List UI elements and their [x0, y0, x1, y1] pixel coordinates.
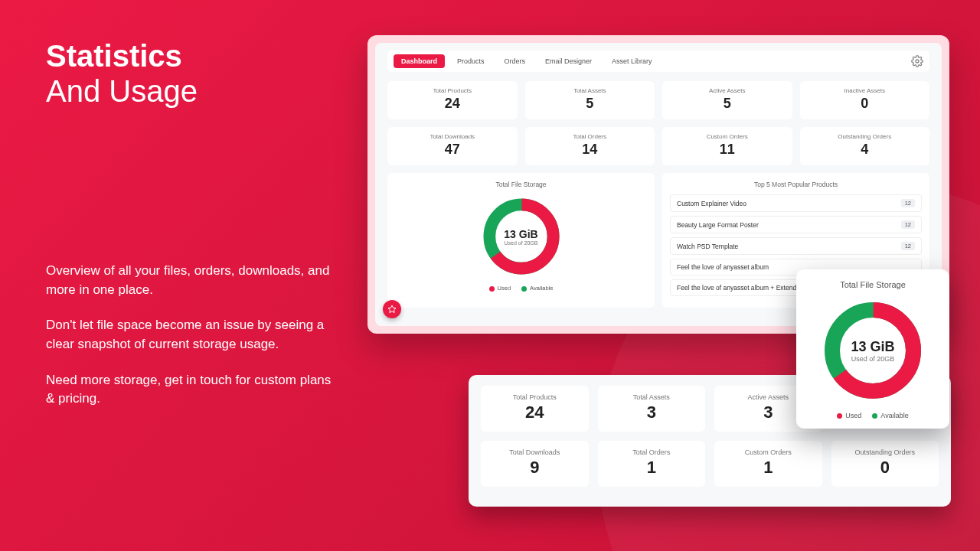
- hero-copy: Statistics And Usage Overview of all you…: [46, 38, 337, 425]
- stat-card: Total Orders1: [598, 441, 706, 487]
- storage-title: Total File Storage: [395, 181, 647, 188]
- storage-legend: Used Available: [395, 285, 647, 292]
- stat-value: 1: [717, 458, 819, 478]
- product-name: Watch PSD Template: [677, 243, 738, 250]
- stat-card: Outstanding Orders4: [800, 127, 930, 165]
- product-count: 12: [901, 220, 915, 229]
- stat-label: Total Downloads: [390, 133, 514, 140]
- stat-label: Total Products: [484, 393, 586, 401]
- floating-donut-center: 13 GiB Used of 20GB: [819, 297, 926, 404]
- stat-value: 0: [835, 458, 936, 478]
- star-icon: [387, 305, 397, 314]
- settings-button[interactable]: [911, 55, 923, 67]
- hero-title-light: And Usage: [46, 73, 337, 109]
- stat-label: Total Downloads: [484, 448, 586, 456]
- popular-product-row[interactable]: Custom Explainer Video12: [670, 194, 922, 212]
- tab-dashboard[interactable]: Dashboard: [394, 54, 445, 68]
- stat-value: 0: [803, 96, 927, 112]
- stat-card: Total Assets3: [598, 386, 706, 432]
- hero-title: Statistics And Usage: [46, 38, 337, 109]
- stat-card: Active Assets5: [662, 81, 792, 119]
- popular-title: Top 5 Most Popular Products: [670, 181, 922, 188]
- stat-value: 1: [601, 458, 703, 478]
- floating-storage-card: Total File Storage 13 GiB Used of 20GB U…: [796, 269, 949, 429]
- stat-value: 4: [803, 142, 927, 158]
- product-count: 12: [901, 199, 915, 207]
- stat-value: 3: [601, 403, 703, 422]
- product-name: Beauty Large Format Poster: [677, 221, 759, 229]
- tab-strip: DashboardProductsOrdersEmail DesignerAss…: [394, 54, 660, 68]
- popular-product-row[interactable]: Beauty Large Format Poster12: [670, 216, 922, 233]
- stat-card: Custom Orders1: [714, 441, 822, 487]
- stat-value: 11: [665, 142, 789, 158]
- tab-products[interactable]: Products: [449, 54, 492, 68]
- stat-label: Outstanding Orders: [835, 448, 936, 456]
- stat-label: Total Products: [390, 87, 514, 94]
- stat-label: Total Orders: [528, 133, 652, 140]
- floating-storage-title: Total File Storage: [807, 280, 939, 289]
- hero-title-strong: Statistics: [46, 39, 182, 73]
- stat-card: Custom Orders11: [662, 127, 792, 165]
- stat-label: Inactive Assets: [803, 87, 927, 94]
- product-count: 12: [901, 242, 915, 250]
- stat-label: Total Assets: [601, 393, 703, 401]
- svg-marker-3: [388, 305, 396, 313]
- hero-paragraph-3: Need more storage, get in touch for cust…: [46, 371, 337, 409]
- donut-center-label: 13 GiB Used of 20GB: [479, 194, 564, 279]
- stat-card: Outstanding Orders0: [831, 441, 939, 487]
- stat-row-2: Total Downloads47Total Orders14Custom Or…: [387, 127, 929, 165]
- stat-card: Inactive Assets0: [800, 81, 930, 119]
- tab-email-designer[interactable]: Email Designer: [537, 54, 599, 68]
- product-name: Feel the love of anyasset album: [677, 263, 769, 271]
- stat-value: 14: [528, 142, 652, 158]
- stat-card: Total Downloads47: [387, 127, 518, 165]
- stat-card: Total Assets5: [525, 81, 655, 119]
- hero-paragraph-2: Don't let file space become an issue by …: [46, 316, 337, 354]
- gear-icon: [911, 55, 923, 67]
- stat-label: Custom Orders: [665, 133, 789, 140]
- tab-asset-library[interactable]: Asset Library: [604, 54, 660, 68]
- stat-row-1: Total Products24Total Assets5Active Asse…: [387, 81, 929, 119]
- stat-label: Total Assets: [528, 87, 652, 94]
- stat-card: Total Products24: [481, 386, 589, 432]
- mini-stat-row-2: Total Downloads9Total Orders1Custom Orde…: [481, 441, 939, 487]
- hero-paragraph-1: Overview of all your files, orders, down…: [46, 262, 337, 299]
- svg-point-0: [916, 60, 919, 63]
- floating-storage-donut: 13 GiB Used of 20GB: [819, 297, 926, 404]
- fab-button[interactable]: [383, 300, 401, 318]
- storage-panel: Total File Storage 13 GiB Used of 20GB U…: [387, 173, 655, 308]
- stat-value: 24: [390, 96, 514, 112]
- stat-card: Total Products24: [387, 81, 518, 119]
- stat-value: 5: [528, 96, 652, 112]
- stat-label: Outstanding Orders: [803, 133, 927, 140]
- storage-donut: 13 GiB Used of 20GB: [479, 194, 564, 279]
- stat-value: 47: [390, 142, 514, 158]
- top-bar: DashboardProductsOrdersEmail DesignerAss…: [387, 51, 929, 72]
- floating-storage-legend: Used Available: [807, 412, 939, 419]
- popular-product-row[interactable]: Watch PSD Template12: [670, 237, 922, 255]
- stat-card: Total Downloads9: [481, 441, 589, 487]
- tab-orders[interactable]: Orders: [497, 54, 534, 68]
- stat-label: Active Assets: [665, 87, 789, 94]
- stat-value: 24: [484, 403, 586, 422]
- product-name: Custom Explainer Video: [677, 200, 746, 207]
- stat-value: 9: [484, 458, 586, 478]
- stat-label: Total Orders: [601, 448, 703, 456]
- stat-value: 5: [665, 96, 789, 112]
- stat-label: Custom Orders: [717, 448, 819, 456]
- stat-card: Total Orders14: [525, 127, 655, 165]
